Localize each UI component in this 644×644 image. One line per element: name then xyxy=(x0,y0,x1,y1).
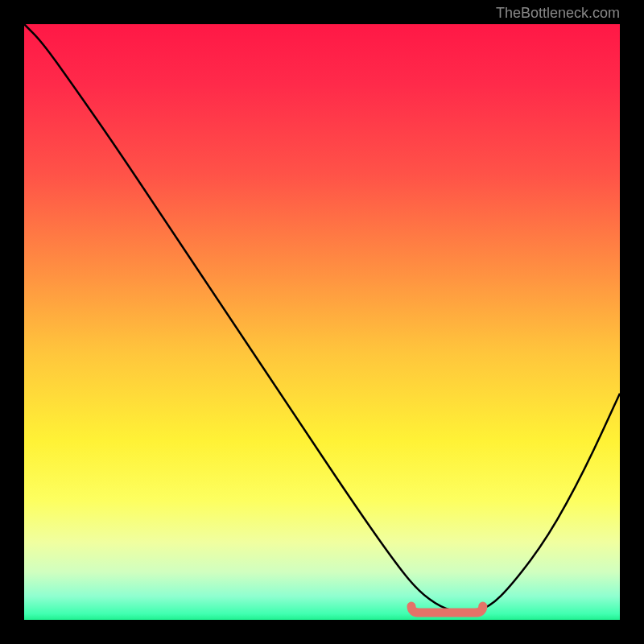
chart-container: TheBottleneck.com xyxy=(0,0,644,644)
watermark-text: TheBottleneck.com xyxy=(496,5,620,22)
optimal-range-marker xyxy=(411,606,483,613)
curve-svg xyxy=(24,24,620,620)
bottleneck-curve-line xyxy=(24,24,620,613)
plot-area xyxy=(24,24,620,620)
